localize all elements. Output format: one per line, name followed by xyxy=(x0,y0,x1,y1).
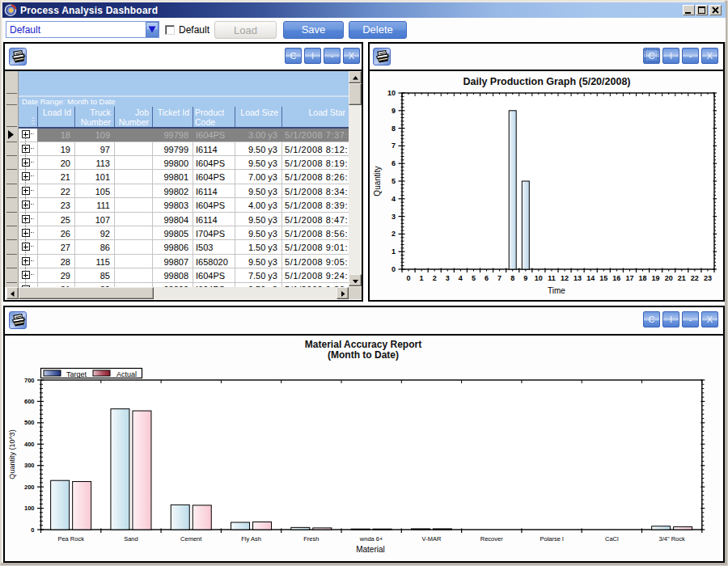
svg-text:6: 6 xyxy=(392,159,396,167)
svg-text:9: 9 xyxy=(392,107,396,115)
svg-text:1: 1 xyxy=(420,274,424,282)
svg-text:Quantity (10^3): Quantity (10^3) xyxy=(8,429,16,479)
svg-text:0: 0 xyxy=(407,274,411,282)
svg-text:4: 4 xyxy=(392,195,396,203)
svg-text:2: 2 xyxy=(392,230,396,238)
svg-text:8: 8 xyxy=(510,274,514,282)
svg-text:7: 7 xyxy=(497,274,502,282)
svg-text:18: 18 xyxy=(639,274,647,282)
svg-text:wnda 6+: wnda 6+ xyxy=(359,535,383,543)
svg-text:10: 10 xyxy=(387,89,396,97)
svg-text:21: 21 xyxy=(678,274,686,282)
svg-text:3/4" Rock: 3/4" Rock xyxy=(659,535,686,543)
svg-text:12: 12 xyxy=(561,274,569,282)
svg-text:2: 2 xyxy=(433,274,437,282)
svg-text:400: 400 xyxy=(24,441,35,448)
svg-text:13: 13 xyxy=(574,274,582,282)
svg-text:8: 8 xyxy=(392,125,396,133)
svg-text:7: 7 xyxy=(392,142,396,150)
svg-text:9: 9 xyxy=(523,274,527,282)
svg-text:3: 3 xyxy=(446,274,450,282)
svg-text:Recover: Recover xyxy=(480,535,503,543)
svg-text:6: 6 xyxy=(485,274,489,282)
svg-text:1: 1 xyxy=(392,247,396,256)
svg-text:Target: Target xyxy=(66,370,87,378)
svg-text:Polarse l: Polarse l xyxy=(540,535,564,543)
svg-text:15: 15 xyxy=(599,274,607,282)
svg-text:Daily Production Graph (5/20/2: Daily Production Graph (5/20/2008) xyxy=(463,76,630,87)
svg-text:CaCl: CaCl xyxy=(605,535,619,543)
svg-text:0: 0 xyxy=(31,526,34,534)
svg-text:500: 500 xyxy=(24,419,35,426)
svg-text:600: 600 xyxy=(24,398,35,405)
svg-text:22: 22 xyxy=(691,274,699,282)
svg-text:300: 300 xyxy=(24,462,35,469)
svg-text:Cement: Cement xyxy=(180,535,202,543)
svg-text:4: 4 xyxy=(459,274,463,282)
svg-text:Sand: Sand xyxy=(124,535,138,543)
svg-text:16: 16 xyxy=(612,274,620,282)
svg-text:3: 3 xyxy=(392,213,396,221)
svg-text:Fresh: Fresh xyxy=(303,535,319,543)
svg-text:Pea Rock: Pea Rock xyxy=(57,535,84,543)
svg-text:19: 19 xyxy=(652,274,660,282)
svg-text:14: 14 xyxy=(586,274,595,282)
svg-text:Quantity: Quantity xyxy=(373,166,382,196)
svg-text:17: 17 xyxy=(625,274,633,282)
svg-text:11: 11 xyxy=(548,274,556,282)
svg-text:(Month to Date): (Month to Date) xyxy=(328,349,399,361)
svg-text:20: 20 xyxy=(665,274,673,282)
svg-text:Material Accuracy Report: Material Accuracy Report xyxy=(305,339,421,350)
svg-text:5: 5 xyxy=(472,274,476,282)
svg-text:200: 200 xyxy=(24,484,35,491)
svg-text:Fly Ash: Fly Ash xyxy=(241,535,261,543)
svg-text:Material: Material xyxy=(356,545,385,554)
svg-text:Time: Time xyxy=(548,286,565,295)
svg-text:V-MAR: V-MAR xyxy=(422,535,442,543)
svg-text:Actual: Actual xyxy=(116,370,137,378)
svg-text:700: 700 xyxy=(24,377,35,384)
svg-text:10: 10 xyxy=(535,274,543,282)
svg-text:5: 5 xyxy=(392,177,396,185)
svg-text:23: 23 xyxy=(704,274,712,282)
svg-text:0: 0 xyxy=(392,265,396,273)
svg-text:100: 100 xyxy=(24,505,35,512)
